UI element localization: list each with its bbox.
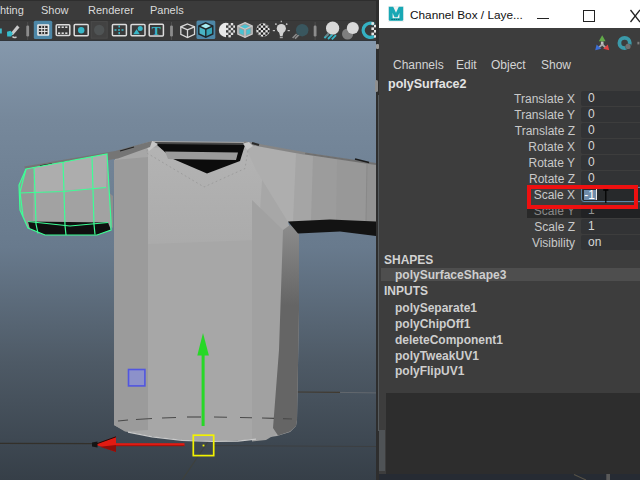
svg-text:T: T	[152, 23, 161, 38]
